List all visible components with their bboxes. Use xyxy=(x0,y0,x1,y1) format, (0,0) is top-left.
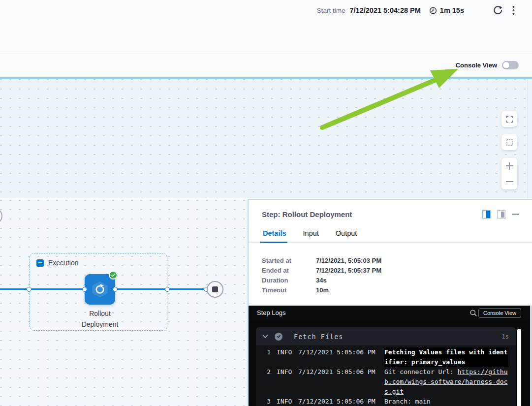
split-bottom-icon[interactable] xyxy=(497,210,505,219)
end-node[interactable] xyxy=(207,281,223,298)
panel-title: Step: Rollout Deployment xyxy=(262,210,352,219)
collapse-group-button[interactable] xyxy=(36,259,44,267)
zoom-out-icon xyxy=(506,181,513,182)
step-details-panel: Step: Rollout Deployment Details Input O… xyxy=(248,199,532,406)
detail-label: Started at xyxy=(262,256,316,266)
detail-value: 34s xyxy=(316,276,327,285)
active-tab-underline xyxy=(260,242,287,243)
log-section-header[interactable]: Fetch Files 1s xyxy=(256,327,516,345)
connector-port xyxy=(165,287,170,292)
zoom-in-button[interactable] xyxy=(501,158,517,174)
log-message-text: Git connector Url: xyxy=(384,368,458,375)
fullscreen-button[interactable] xyxy=(501,111,517,127)
log-level: INFO xyxy=(277,347,294,357)
log-level: INFO xyxy=(277,397,294,406)
log-timestamp: 7/12/2021 5:05:06 PM xyxy=(298,397,376,406)
detail-label: Duration xyxy=(262,276,316,285)
icon-part xyxy=(486,211,490,218)
clock-icon xyxy=(429,6,438,15)
chevron-down-icon[interactable] xyxy=(262,334,268,339)
canvas-right-edge xyxy=(527,79,528,198)
start-time-value: 7/12/2021 5:04:28 PM xyxy=(350,6,421,14)
top-bar: Start time 7/12/2021 5:04:28 PM 1m 15s xyxy=(0,0,532,54)
zoom-in-icon xyxy=(506,162,513,170)
panel-header-icons xyxy=(482,210,519,219)
fit-view-icon xyxy=(505,138,514,147)
minimize-icon[interactable] xyxy=(512,214,519,215)
log-section-fetch-files: Fetch Files 1s 1 INFO 7/12/2021 5:05:06 … xyxy=(256,327,516,406)
detail-value: 10m xyxy=(316,285,329,295)
fullscreen-icon xyxy=(505,115,514,124)
log-scrollbar[interactable] xyxy=(517,329,521,406)
connector-port xyxy=(113,287,118,292)
success-check-icon xyxy=(109,271,118,280)
log-message: Fetching Values files with identifier: p… xyxy=(384,347,508,367)
log-timestamp: 7/12/2021 5:05:06 PM xyxy=(298,347,376,357)
toggle-knob xyxy=(503,62,509,68)
console-view-label: Console View xyxy=(456,62,497,69)
execution-duration: 1m 15s xyxy=(440,6,464,14)
pipeline-execution-screen: Start time 7/12/2021 5:04:28 PM 1m 15s xyxy=(0,0,532,406)
tabs-divider xyxy=(249,242,532,243)
log-line: 2 INFO 7/12/2021 5:05:06 PM Git connecto… xyxy=(261,367,516,397)
panel-right-strip xyxy=(530,306,532,406)
log-level: INFO xyxy=(277,367,294,377)
tab-output[interactable]: Output xyxy=(335,229,358,237)
tab-input[interactable]: Input xyxy=(302,229,320,237)
kebab-menu-icon xyxy=(512,5,515,15)
execution-group-header: Execution xyxy=(36,259,78,267)
detail-row-duration: Duration 34s xyxy=(262,276,381,285)
step-logs-bar: Step Logs Console View xyxy=(249,306,530,320)
log-section-name: Fetch Files xyxy=(294,333,343,341)
execution-group-label: Execution xyxy=(48,259,78,267)
node-label: Rollout Deployment xyxy=(70,308,130,330)
log-message: Git connector Url: https://github.com/wi… xyxy=(384,367,508,397)
zoom-controls xyxy=(501,158,517,189)
split-right-icon[interactable] xyxy=(482,210,491,219)
detail-value: 7/12/2021, 5:05:03 PM xyxy=(316,256,381,266)
detail-value: 7/12/2021, 5:05:37 PM xyxy=(316,266,381,276)
console-view-toggle[interactable] xyxy=(502,61,519,69)
log-message: Branch: main xyxy=(384,397,508,406)
log-lines: 1 INFO 7/12/2021 5:05:06 PM Fetching Val… xyxy=(256,345,516,406)
refresh-icon xyxy=(493,5,502,15)
zoom-out-button[interactable] xyxy=(501,174,517,189)
top-bar-right: Start time 7/12/2021 5:04:28 PM 1m 15s xyxy=(317,4,516,17)
detail-row-started-at: Started at 7/12/2021, 5:05:03 PM xyxy=(262,256,381,266)
rollout-icon xyxy=(94,283,106,297)
console-view-button[interactable]: Console View xyxy=(478,308,521,318)
tab-details[interactable]: Details xyxy=(262,229,287,237)
start-time-label: Start time xyxy=(317,7,345,14)
connector-port xyxy=(27,287,31,292)
rollout-deployment-node[interactable] xyxy=(85,274,115,305)
details-list: Started at 7/12/2021, 5:05:03 PM Ended a… xyxy=(262,256,381,295)
panel-tabs: Details Input Output xyxy=(262,229,358,237)
detail-label: Ended at xyxy=(262,266,316,276)
stage-graph-canvas[interactable] xyxy=(0,79,532,198)
search-icon[interactable] xyxy=(469,309,477,318)
check-circle-icon xyxy=(275,333,282,341)
detail-row-ended-at: Ended at 7/12/2021, 5:05:37 PM xyxy=(262,266,381,276)
log-line-number: 3 xyxy=(261,397,271,406)
detail-label: Timeout xyxy=(262,285,316,295)
more-options-button[interactable] xyxy=(511,4,516,16)
refresh-button[interactable] xyxy=(492,4,503,16)
stop-icon xyxy=(212,286,218,292)
log-section-duration: 1s xyxy=(502,333,509,340)
logs-area: Fetch Files 1s 1 INFO 7/12/2021 5:05:06 … xyxy=(249,320,530,406)
console-view-control: Console View xyxy=(456,61,519,69)
icon-part xyxy=(483,211,486,218)
detail-row-timeout: Timeout 10m xyxy=(262,285,381,295)
log-line: 3 INFO 7/12/2021 5:05:06 PM Branch: main xyxy=(261,397,516,406)
log-line: 1 INFO 7/12/2021 5:05:06 PM Fetching Val… xyxy=(261,347,516,367)
log-line-number: 1 xyxy=(261,347,271,357)
duration-wrap: 1m 15s xyxy=(429,6,464,15)
log-line-number: 2 xyxy=(261,367,271,377)
view-toolbar: Console View xyxy=(0,55,532,77)
fit-view-button[interactable] xyxy=(501,134,517,150)
step-logs-title: Step Logs xyxy=(257,309,286,316)
log-timestamp: 7/12/2021 5:05:06 PM xyxy=(298,367,376,377)
icon-part xyxy=(501,212,504,218)
connector-port xyxy=(82,287,87,292)
